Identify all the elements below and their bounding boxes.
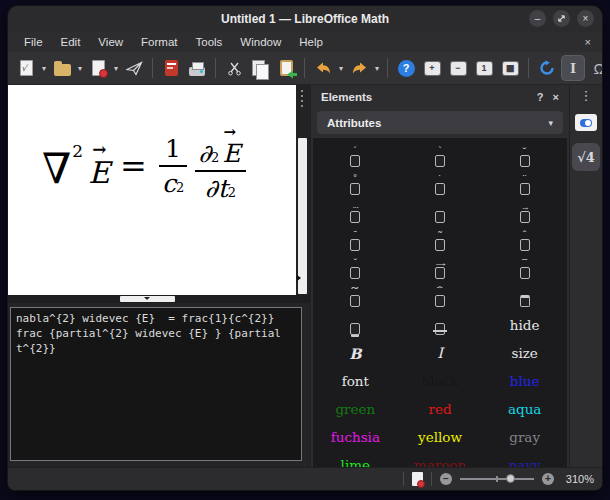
paste-button[interactable] [274,55,298,81]
zoom-out-button[interactable]: − [446,55,470,81]
formula-cursor-toggle[interactable]: I [561,55,585,81]
element-color-lime[interactable]: lime [313,451,398,467]
send-email-button[interactable] [122,55,146,81]
element-overstrike[interactable] [398,311,483,339]
close-document-icon: × [585,36,591,48]
print-button[interactable] [185,55,209,81]
menu-file[interactable]: File [15,34,52,50]
vertical-scrollbar-thumb[interactable] [298,138,307,294]
element-hat[interactable]: ˆ [482,227,567,255]
redo-dropdown-arrow[interactable]: ▾ [373,64,381,73]
close-document-button[interactable]: × [581,36,595,48]
element-phantom[interactable] [398,199,483,227]
sidebar-elements-deck-button[interactable]: √4 [572,143,600,171]
titlebar[interactable]: Untitled 1 — LibreOffice Math – × [8,6,602,32]
element-bold[interactable]: B [313,339,398,367]
minimize-button[interactable]: – [529,10,546,27]
element-hide[interactable]: hide [482,311,567,339]
save-button[interactable] [86,55,110,81]
preview-vertical-scrollbar[interactable] [296,85,310,295]
horizontal-splitter[interactable] [8,295,310,303]
sidebar-menu-button[interactable]: ⋮ [580,89,593,102]
overstrike-icon [435,315,445,335]
zoom-out-button-statusbar[interactable]: − [440,473,452,485]
element-italic[interactable]: I [398,339,483,367]
element-ddot[interactable]: ¨ [482,171,567,199]
element-font[interactable]: font [313,367,398,395]
save-dropdown-arrow[interactable]: ▾ [112,64,120,73]
copy-button[interactable] [248,55,272,81]
element-color-fuchsia[interactable]: fuchsia [313,423,398,451]
element-size[interactable]: size [482,339,567,367]
restore-button[interactable] [553,10,570,27]
zoom-in-button-statusbar[interactable]: + [542,473,554,485]
pane-splitter-grip[interactable] [301,90,303,107]
elements-panel: Elements ? × Attributes ▾ ´`˘˚˙¨···→ˉ˜ˆˇ… [310,85,569,467]
element-color-green[interactable]: green [313,395,398,423]
element-widevec[interactable]: → [398,255,483,283]
open-button[interactable] [50,55,74,81]
redo-button[interactable] [347,55,371,81]
menu-view[interactable]: View [89,34,132,50]
formula-preview-area[interactable]: ∇2 →E = 1 c2 ∂2→E ∂t2 [8,85,296,295]
element-vec[interactable]: → [482,199,567,227]
element-widetilde[interactable]: ˜ [313,283,398,311]
element-color-gray[interactable]: gray [482,423,567,451]
element-color-red[interactable]: red [398,395,483,423]
element-color-black[interactable]: black [398,367,483,395]
panel-help-button[interactable]: ? [537,91,544,103]
element-color-maroon[interactable]: maroon [398,451,483,467]
element-widebar[interactable]: ˉ [482,255,567,283]
pdf-icon [165,60,178,76]
undo-dropdown-arrow[interactable]: ▾ [337,64,345,73]
zoom-slider-thumb[interactable] [506,474,515,483]
panel-close-button[interactable]: × [553,91,559,103]
cut-button[interactable] [222,55,246,81]
new-dropdown-arrow[interactable]: ▾ [40,64,48,73]
show-all-button[interactable]: ▦ [498,55,522,81]
sidebar-properties-deck-button[interactable] [575,114,597,131]
export-pdf-button[interactable] [159,55,183,81]
undo-button[interactable] [311,55,335,81]
element-check[interactable]: ˇ [313,255,398,283]
menu-edit[interactable]: Edit [52,34,90,50]
element-grave[interactable]: ` [398,143,483,171]
category-dropdown[interactable]: Attributes ▾ [317,111,563,134]
formula-command-input[interactable]: nabla^{2} widevec {E} = frac{1}{c^{2}} f… [10,307,302,461]
toolbar: √ ▾ ▾ ▾ [8,52,602,85]
new-formula-button[interactable]: √ [14,55,38,81]
splitter-handle[interactable] [120,296,175,302]
zoom-level-value[interactable]: 310% [562,473,594,485]
menu-format[interactable]: Format [132,34,186,50]
element-acute[interactable]: ´ [313,143,398,171]
update-button[interactable] [535,55,559,81]
menu-tools[interactable]: Tools [187,34,232,50]
elements-panel-header: Elements ? × [311,85,569,109]
element-underline[interactable] [313,311,398,339]
menu-window[interactable]: Window [231,34,290,50]
element-color-blue[interactable]: blue [482,367,567,395]
element-color-yellow[interactable]: yellow [398,423,483,451]
document-modified-indicator[interactable] [412,472,423,486]
element-dot[interactable]: ˙ [398,171,483,199]
element-bar[interactable]: ˉ [313,227,398,255]
element-widehat[interactable]: ˆ [398,283,483,311]
zoom-slider[interactable] [460,478,534,480]
close-button[interactable]: × [577,10,594,27]
open-dropdown-arrow[interactable]: ▾ [76,64,84,73]
element-color-navy[interactable]: navy [482,451,567,467]
element-color-aqua[interactable]: aqua [482,395,567,423]
zoom-100-button[interactable]: 1 [472,55,496,81]
element-tilde[interactable]: ˜ [398,227,483,255]
element-overline[interactable] [482,283,567,311]
new-document-icon: √ [20,60,33,76]
formula-deck-icon: √4 [577,150,595,165]
element-breve[interactable]: ˘ [482,143,567,171]
element-circle[interactable]: ˚ [313,171,398,199]
symbols-button[interactable]: Ω [587,55,602,81]
zoom-in-button[interactable]: + [420,55,444,81]
element-label: B [349,345,361,362]
menu-help[interactable]: Help [290,34,332,50]
help-button[interactable]: ? [394,55,418,81]
element-dddot[interactable]: ··· [313,199,398,227]
